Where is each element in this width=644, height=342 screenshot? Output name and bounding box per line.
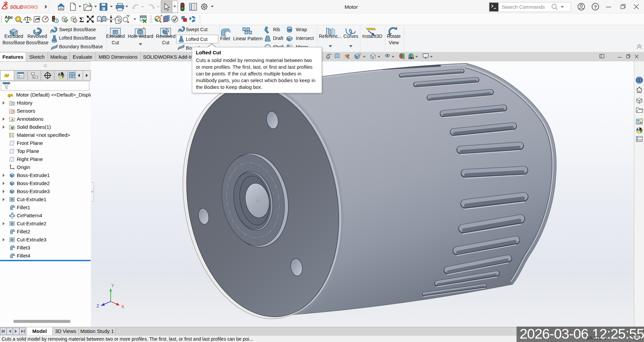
svg-text:Intersect: Intersect <box>296 36 314 41</box>
svg-text:WORKS: WORKS <box>24 4 38 10</box>
svg-text:Σ: Σ <box>79 15 84 24</box>
svg-text:Hole Wizard: Hole Wizard <box>128 34 153 39</box>
svg-text:Lofted Boss/Base: Lofted Boss/Base <box>59 35 96 41</box>
svg-text:Draft: Draft <box>273 36 283 41</box>
svg-text:Boss/Base: Boss/Base <box>26 40 49 45</box>
svg-text:Revolved: Revolved <box>156 34 175 39</box>
svg-text:Cut: Cut <box>112 40 119 45</box>
svg-text:Extruded: Extruded <box>106 34 125 39</box>
svg-text:?: ? <box>594 4 597 10</box>
svg-text:A: A <box>11 118 14 122</box>
svg-text:Fillet: Fillet <box>220 36 230 41</box>
svg-text:cd: cd <box>288 28 291 32</box>
svg-text:Swept Cut: Swept Cut <box>186 27 208 32</box>
svg-text:Wrap: Wrap <box>296 27 307 32</box>
svg-text:Referenc...: Referenc... <box>319 34 342 39</box>
svg-text:Swept Boss/Base: Swept Boss/Base <box>59 27 96 32</box>
svg-text:Y: Y <box>111 283 114 288</box>
svg-text:Rotate: Rotate <box>387 34 400 39</box>
svg-text:Search Commands: Search Commands <box>502 4 545 10</box>
svg-text:Lofted Cut: Lofted Cut <box>186 37 208 42</box>
svg-text:Revolved: Revolved <box>28 34 47 39</box>
svg-text:Boundary Boss/Base: Boundary Boss/Base <box>59 44 103 49</box>
svg-text:SOLID: SOLID <box>10 4 23 10</box>
svg-text:Curves: Curves <box>343 34 358 39</box>
svg-text:Rib: Rib <box>273 27 280 32</box>
svg-text:Motor: Motor <box>344 4 358 10</box>
svg-text:X: X <box>121 304 124 309</box>
svg-text:Cut: Cut <box>162 40 169 45</box>
svg-text:Extruded: Extruded <box>4 34 23 39</box>
svg-text:?: ? <box>117 19 119 23</box>
svg-text:View: View <box>389 40 399 45</box>
svg-text:Boss/Base: Boss/Base <box>3 40 25 45</box>
svg-text:Z: Z <box>97 304 99 308</box>
svg-text:A: A <box>347 56 350 59</box>
svg-text:Instant3D: Instant3D <box>362 34 382 39</box>
svg-text:Linear Pattern: Linear Pattern <box>233 36 263 41</box>
